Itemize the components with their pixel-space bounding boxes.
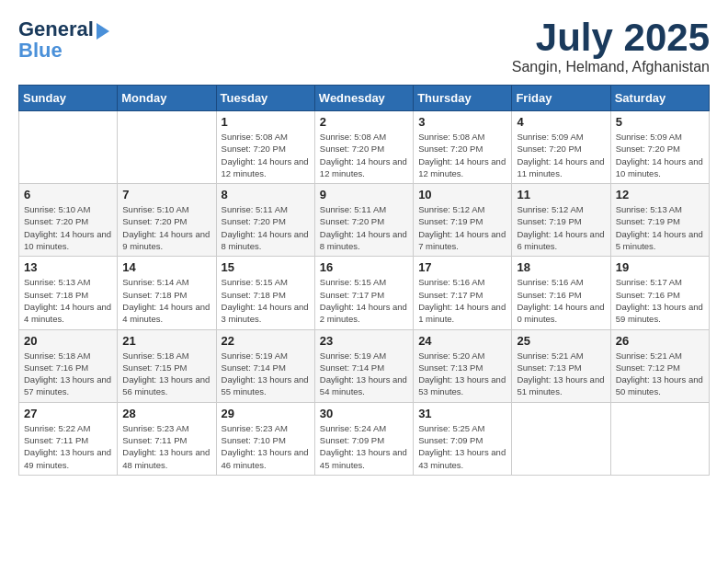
calendar-cell: 7Sunrise: 5:10 AM Sunset: 7:20 PM Daylig… xyxy=(118,184,216,257)
calendar-cell: 27Sunrise: 5:22 AM Sunset: 7:11 PM Dayli… xyxy=(19,402,118,475)
page-header: General Blue July 2025 Sangin, Helmand, … xyxy=(18,18,710,75)
day-number: 5 xyxy=(616,115,704,129)
day-info: Sunrise: 5:08 AM Sunset: 7:20 PM Dayligh… xyxy=(222,131,310,179)
day-number: 17 xyxy=(418,260,506,274)
day-info: Sunrise: 5:15 AM Sunset: 7:17 PM Dayligh… xyxy=(320,276,408,325)
day-number: 29 xyxy=(222,407,310,420)
calendar-cell: 4Sunrise: 5:09 AM Sunset: 7:20 PM Daylig… xyxy=(512,111,610,184)
day-number: 12 xyxy=(616,188,704,201)
day-number: 8 xyxy=(222,188,310,201)
weekday-header-sunday: Sunday xyxy=(19,86,118,111)
calendar-cell: 5Sunrise: 5:09 AM Sunset: 7:20 PM Daylig… xyxy=(610,111,709,184)
day-number: 9 xyxy=(320,188,408,201)
day-number: 3 xyxy=(418,115,506,129)
week-row-4: 20Sunrise: 5:18 AM Sunset: 7:16 PM Dayli… xyxy=(19,329,710,402)
week-row-3: 13Sunrise: 5:13 AM Sunset: 7:18 PM Dayli… xyxy=(19,257,710,329)
logo-arrow-icon xyxy=(97,23,109,40)
calendar-cell: 19Sunrise: 5:17 AM Sunset: 7:16 PM Dayli… xyxy=(610,257,709,329)
calendar-cell: 8Sunrise: 5:11 AM Sunset: 7:20 PM Daylig… xyxy=(216,184,314,257)
week-row-1: 1Sunrise: 5:08 AM Sunset: 7:20 PM Daylig… xyxy=(19,111,710,184)
day-number: 14 xyxy=(122,260,210,274)
calendar-cell xyxy=(118,111,216,184)
calendar-cell: 20Sunrise: 5:18 AM Sunset: 7:16 PM Dayli… xyxy=(19,329,118,402)
calendar-cell: 30Sunrise: 5:24 AM Sunset: 7:09 PM Dayli… xyxy=(314,402,413,475)
weekday-header-row: SundayMondayTuesdayWednesdayThursdayFrid… xyxy=(19,86,710,111)
calendar-cell: 6Sunrise: 5:10 AM Sunset: 7:20 PM Daylig… xyxy=(19,184,118,257)
calendar-cell: 18Sunrise: 5:16 AM Sunset: 7:16 PM Dayli… xyxy=(512,257,610,329)
calendar-cell: 31Sunrise: 5:25 AM Sunset: 7:09 PM Dayli… xyxy=(414,402,512,475)
calendar-cell: 13Sunrise: 5:13 AM Sunset: 7:18 PM Dayli… xyxy=(19,257,118,329)
day-info: Sunrise: 5:10 AM Sunset: 7:20 PM Dayligh… xyxy=(24,203,112,252)
day-number: 11 xyxy=(517,188,605,201)
day-number: 20 xyxy=(24,334,112,348)
calendar-cell xyxy=(19,111,118,184)
calendar-cell: 17Sunrise: 5:16 AM Sunset: 7:17 PM Dayli… xyxy=(414,257,512,329)
day-info: Sunrise: 5:11 AM Sunset: 7:20 PM Dayligh… xyxy=(320,203,408,252)
day-number: 15 xyxy=(222,260,310,274)
logo-blue: Blue xyxy=(18,39,63,63)
day-number: 27 xyxy=(24,407,112,420)
day-info: Sunrise: 5:09 AM Sunset: 7:20 PM Dayligh… xyxy=(616,131,704,179)
calendar-cell xyxy=(512,402,610,475)
calendar-cell: 22Sunrise: 5:19 AM Sunset: 7:14 PM Dayli… xyxy=(216,329,314,402)
day-number: 31 xyxy=(418,407,506,420)
day-info: Sunrise: 5:16 AM Sunset: 7:17 PM Dayligh… xyxy=(418,276,506,325)
day-info: Sunrise: 5:17 AM Sunset: 7:16 PM Dayligh… xyxy=(616,276,704,325)
day-info: Sunrise: 5:12 AM Sunset: 7:19 PM Dayligh… xyxy=(418,203,506,252)
day-info: Sunrise: 5:21 AM Sunset: 7:12 PM Dayligh… xyxy=(616,350,704,398)
weekday-header-tuesday: Tuesday xyxy=(216,86,314,111)
calendar-cell: 21Sunrise: 5:18 AM Sunset: 7:15 PM Dayli… xyxy=(118,329,216,402)
weekday-header-friday: Friday xyxy=(512,86,610,111)
day-info: Sunrise: 5:13 AM Sunset: 7:19 PM Dayligh… xyxy=(616,203,704,252)
month-title: July 2025 xyxy=(512,18,710,57)
weekday-header-monday: Monday xyxy=(118,86,216,111)
calendar-cell: 3Sunrise: 5:08 AM Sunset: 7:20 PM Daylig… xyxy=(414,111,512,184)
day-number: 19 xyxy=(616,260,704,274)
calendar-cell: 11Sunrise: 5:12 AM Sunset: 7:19 PM Dayli… xyxy=(512,184,610,257)
day-info: Sunrise: 5:22 AM Sunset: 7:11 PM Dayligh… xyxy=(24,422,112,471)
calendar-cell: 23Sunrise: 5:19 AM Sunset: 7:14 PM Dayli… xyxy=(314,329,413,402)
day-info: Sunrise: 5:18 AM Sunset: 7:15 PM Dayligh… xyxy=(122,350,210,398)
logo-text: General xyxy=(18,18,94,40)
day-number: 21 xyxy=(122,334,210,348)
calendar-table: SundayMondayTuesdayWednesdayThursdayFrid… xyxy=(18,85,710,476)
day-info: Sunrise: 5:23 AM Sunset: 7:10 PM Dayligh… xyxy=(222,422,310,471)
day-info: Sunrise: 5:14 AM Sunset: 7:18 PM Dayligh… xyxy=(122,276,210,325)
day-number: 25 xyxy=(517,334,605,348)
day-info: Sunrise: 5:11 AM Sunset: 7:20 PM Dayligh… xyxy=(222,203,310,252)
day-number: 13 xyxy=(24,260,112,274)
weekday-header-thursday: Thursday xyxy=(414,86,512,111)
day-number: 7 xyxy=(122,188,210,201)
day-info: Sunrise: 5:21 AM Sunset: 7:13 PM Dayligh… xyxy=(517,350,605,398)
week-row-5: 27Sunrise: 5:22 AM Sunset: 7:11 PM Dayli… xyxy=(19,402,710,475)
calendar-cell: 24Sunrise: 5:20 AM Sunset: 7:13 PM Dayli… xyxy=(414,329,512,402)
calendar-cell: 9Sunrise: 5:11 AM Sunset: 7:20 PM Daylig… xyxy=(314,184,413,257)
day-info: Sunrise: 5:19 AM Sunset: 7:14 PM Dayligh… xyxy=(320,350,408,398)
weekday-header-saturday: Saturday xyxy=(610,86,709,111)
calendar-cell: 26Sunrise: 5:21 AM Sunset: 7:12 PM Dayli… xyxy=(610,329,709,402)
week-row-2: 6Sunrise: 5:10 AM Sunset: 7:20 PM Daylig… xyxy=(19,184,710,257)
weekday-header-wednesday: Wednesday xyxy=(314,86,413,111)
day-info: Sunrise: 5:25 AM Sunset: 7:09 PM Dayligh… xyxy=(418,422,506,471)
day-info: Sunrise: 5:08 AM Sunset: 7:20 PM Dayligh… xyxy=(320,131,408,179)
calendar-cell: 10Sunrise: 5:12 AM Sunset: 7:19 PM Dayli… xyxy=(414,184,512,257)
day-info: Sunrise: 5:09 AM Sunset: 7:20 PM Dayligh… xyxy=(517,131,605,179)
day-number: 22 xyxy=(222,334,310,348)
day-number: 28 xyxy=(122,407,210,420)
calendar-cell: 16Sunrise: 5:15 AM Sunset: 7:17 PM Dayli… xyxy=(314,257,413,329)
day-info: Sunrise: 5:10 AM Sunset: 7:20 PM Dayligh… xyxy=(122,203,210,252)
calendar-cell: 15Sunrise: 5:15 AM Sunset: 7:18 PM Dayli… xyxy=(216,257,314,329)
title-block: July 2025 Sangin, Helmand, Afghanistan xyxy=(512,18,710,75)
day-info: Sunrise: 5:24 AM Sunset: 7:09 PM Dayligh… xyxy=(320,422,408,471)
day-info: Sunrise: 5:23 AM Sunset: 7:11 PM Dayligh… xyxy=(122,422,210,471)
calendar-cell: 14Sunrise: 5:14 AM Sunset: 7:18 PM Dayli… xyxy=(118,257,216,329)
day-number: 18 xyxy=(517,260,605,274)
day-number: 2 xyxy=(320,115,408,129)
day-number: 30 xyxy=(320,407,408,420)
day-number: 26 xyxy=(616,334,704,348)
calendar-cell: 2Sunrise: 5:08 AM Sunset: 7:20 PM Daylig… xyxy=(314,111,413,184)
day-number: 4 xyxy=(517,115,605,129)
day-number: 23 xyxy=(320,334,408,348)
day-number: 1 xyxy=(222,115,310,129)
day-info: Sunrise: 5:16 AM Sunset: 7:16 PM Dayligh… xyxy=(517,276,605,325)
